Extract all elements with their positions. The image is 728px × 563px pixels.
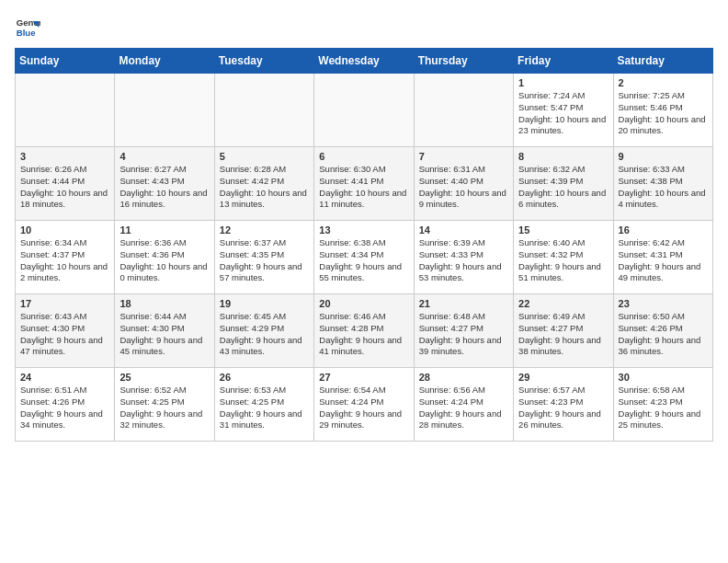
calendar-cell: 16Sunrise: 6:42 AM Sunset: 4:31 PM Dayli… [613, 221, 712, 294]
col-header-saturday: Saturday [613, 49, 712, 74]
day-info: Sunrise: 6:53 AM Sunset: 4:25 PM Dayligh… [220, 385, 309, 431]
day-number: 5 [220, 151, 309, 162]
day-info: Sunrise: 6:28 AM Sunset: 4:42 PM Dayligh… [220, 164, 309, 211]
day-info: Sunrise: 6:33 AM Sunset: 4:38 PM Dayligh… [619, 164, 708, 211]
day-number: 27 [319, 372, 408, 383]
day-info: Sunrise: 6:31 AM Sunset: 4:40 PM Dayligh… [419, 164, 508, 211]
day-info: Sunrise: 6:32 AM Sunset: 4:39 PM Dayligh… [518, 164, 608, 211]
day-number: 8 [518, 151, 608, 162]
col-header-friday: Friday [514, 49, 613, 74]
day-number: 25 [119, 372, 209, 383]
day-number: 24 [20, 372, 109, 383]
day-info: Sunrise: 6:57 AM Sunset: 4:23 PM Dayligh… [518, 385, 608, 431]
day-number: 26 [220, 372, 309, 383]
calendar-cell [115, 74, 214, 147]
calendar-cell: 19Sunrise: 6:45 AM Sunset: 4:29 PM Dayli… [214, 294, 313, 368]
day-info: Sunrise: 6:46 AM Sunset: 4:28 PM Dayligh… [319, 311, 408, 358]
day-number: 19 [220, 298, 309, 309]
calendar-cell: 11Sunrise: 6:36 AM Sunset: 4:36 PM Dayli… [115, 221, 214, 294]
calendar-header-row: SundayMondayTuesdayWednesdayThursdayFrid… [16, 49, 713, 74]
calendar-week-row: 3Sunrise: 6:26 AM Sunset: 4:44 PM Daylig… [16, 147, 713, 221]
calendar-cell: 24Sunrise: 6:51 AM Sunset: 4:26 PM Dayli… [16, 368, 115, 442]
day-info: Sunrise: 6:27 AM Sunset: 4:43 PM Dayligh… [119, 164, 209, 211]
logo-icon: General Blue [15, 15, 40, 40]
day-info: Sunrise: 6:51 AM Sunset: 4:26 PM Dayligh… [20, 385, 109, 431]
day-number: 10 [20, 224, 109, 236]
day-number: 30 [619, 372, 708, 383]
calendar-cell: 4Sunrise: 6:27 AM Sunset: 4:43 PM Daylig… [115, 147, 214, 221]
day-info: Sunrise: 6:38 AM Sunset: 4:34 PM Dayligh… [319, 237, 408, 284]
calendar-week-row: 17Sunrise: 6:43 AM Sunset: 4:30 PM Dayli… [16, 294, 713, 368]
col-header-sunday: Sunday [16, 49, 115, 74]
day-info: Sunrise: 6:48 AM Sunset: 4:27 PM Dayligh… [419, 311, 508, 358]
calendar-week-row: 24Sunrise: 6:51 AM Sunset: 4:26 PM Dayli… [16, 368, 713, 442]
calendar-cell [16, 74, 115, 147]
calendar-cell: 22Sunrise: 6:49 AM Sunset: 4:27 PM Dayli… [514, 294, 613, 368]
calendar-cell: 14Sunrise: 6:39 AM Sunset: 4:33 PM Dayli… [414, 221, 513, 294]
calendar-cell: 29Sunrise: 6:57 AM Sunset: 4:23 PM Dayli… [514, 368, 613, 442]
day-info: Sunrise: 6:34 AM Sunset: 4:37 PM Dayligh… [20, 237, 109, 284]
calendar-cell: 18Sunrise: 6:44 AM Sunset: 4:30 PM Dayli… [115, 294, 214, 368]
day-info: Sunrise: 6:58 AM Sunset: 4:23 PM Dayligh… [619, 385, 708, 431]
calendar-cell: 20Sunrise: 6:46 AM Sunset: 4:28 PM Dayli… [314, 294, 414, 368]
day-number: 22 [518, 298, 608, 309]
day-number: 6 [319, 151, 408, 162]
calendar-cell: 13Sunrise: 6:38 AM Sunset: 4:34 PM Dayli… [314, 221, 414, 294]
calendar-cell [314, 74, 414, 147]
day-number: 28 [419, 372, 508, 383]
day-info: Sunrise: 6:30 AM Sunset: 4:41 PM Dayligh… [319, 164, 408, 211]
day-info: Sunrise: 6:54 AM Sunset: 4:24 PM Dayligh… [319, 385, 408, 431]
day-number: 29 [518, 372, 608, 383]
calendar-cell: 2Sunrise: 7:25 AM Sunset: 5:46 PM Daylig… [613, 74, 712, 147]
day-number: 9 [619, 151, 708, 162]
calendar-cell: 5Sunrise: 6:28 AM Sunset: 4:42 PM Daylig… [214, 147, 313, 221]
col-header-thursday: Thursday [414, 49, 513, 74]
calendar-week-row: 10Sunrise: 6:34 AM Sunset: 4:37 PM Dayli… [16, 221, 713, 294]
day-info: Sunrise: 7:25 AM Sunset: 5:46 PM Dayligh… [619, 90, 708, 137]
calendar-cell: 6Sunrise: 6:30 AM Sunset: 4:41 PM Daylig… [314, 147, 414, 221]
svg-text:Blue: Blue [17, 28, 36, 38]
day-info: Sunrise: 6:37 AM Sunset: 4:35 PM Dayligh… [220, 237, 309, 284]
day-number: 20 [319, 298, 408, 309]
logo: General Blue [15, 15, 44, 40]
calendar-cell: 30Sunrise: 6:58 AM Sunset: 4:23 PM Dayli… [613, 368, 712, 442]
calendar-cell [414, 74, 513, 147]
header: General Blue [15, 15, 713, 40]
day-number: 1 [518, 77, 608, 88]
day-info: Sunrise: 6:42 AM Sunset: 4:31 PM Dayligh… [619, 237, 708, 284]
calendar-cell: 10Sunrise: 6:34 AM Sunset: 4:37 PM Dayli… [16, 221, 115, 294]
day-number: 23 [619, 298, 708, 309]
col-header-wednesday: Wednesday [314, 49, 414, 74]
day-number: 4 [119, 151, 209, 162]
calendar-cell: 25Sunrise: 6:52 AM Sunset: 4:25 PM Dayli… [115, 368, 214, 442]
calendar-cell: 21Sunrise: 6:48 AM Sunset: 4:27 PM Dayli… [414, 294, 513, 368]
calendar-cell [214, 74, 313, 147]
day-number: 15 [518, 224, 608, 236]
calendar-cell: 12Sunrise: 6:37 AM Sunset: 4:35 PM Dayli… [214, 221, 313, 294]
day-number: 12 [220, 224, 309, 236]
col-header-tuesday: Tuesday [214, 49, 313, 74]
calendar-week-row: 1Sunrise: 7:24 AM Sunset: 5:47 PM Daylig… [16, 74, 713, 147]
calendar-cell: 23Sunrise: 6:50 AM Sunset: 4:26 PM Dayli… [613, 294, 712, 368]
day-number: 21 [419, 298, 508, 309]
calendar-cell: 8Sunrise: 6:32 AM Sunset: 4:39 PM Daylig… [514, 147, 613, 221]
day-info: Sunrise: 7:24 AM Sunset: 5:47 PM Dayligh… [518, 90, 608, 137]
calendar-cell: 27Sunrise: 6:54 AM Sunset: 4:24 PM Dayli… [314, 368, 414, 442]
day-number: 7 [419, 151, 508, 162]
day-number: 2 [619, 77, 708, 88]
day-info: Sunrise: 6:44 AM Sunset: 4:30 PM Dayligh… [119, 311, 209, 358]
calendar-cell: 28Sunrise: 6:56 AM Sunset: 4:24 PM Dayli… [414, 368, 513, 442]
day-number: 3 [20, 151, 109, 162]
day-info: Sunrise: 6:39 AM Sunset: 4:33 PM Dayligh… [419, 237, 508, 284]
day-info: Sunrise: 6:36 AM Sunset: 4:36 PM Dayligh… [119, 237, 209, 284]
day-number: 13 [319, 224, 408, 236]
day-number: 17 [20, 298, 109, 309]
day-info: Sunrise: 6:56 AM Sunset: 4:24 PM Dayligh… [419, 385, 508, 431]
day-number: 16 [619, 224, 708, 236]
day-info: Sunrise: 6:26 AM Sunset: 4:44 PM Dayligh… [20, 164, 109, 211]
calendar-cell: 1Sunrise: 7:24 AM Sunset: 5:47 PM Daylig… [514, 74, 613, 147]
day-info: Sunrise: 6:40 AM Sunset: 4:32 PM Dayligh… [518, 237, 608, 284]
day-number: 11 [119, 224, 209, 236]
day-info: Sunrise: 6:45 AM Sunset: 4:29 PM Dayligh… [220, 311, 309, 358]
col-header-monday: Monday [115, 49, 214, 74]
